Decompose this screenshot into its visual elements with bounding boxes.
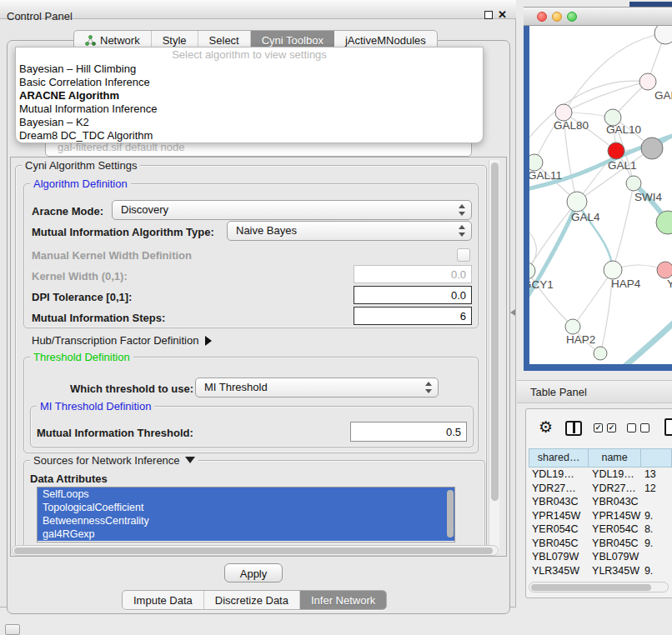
attribute-item-topologicalcoefficient[interactable]: TopologicalCoefficient <box>38 501 454 514</box>
algorithm-option-dream8-dc-tdc-algorithm[interactable]: Dream8 DC_TDC Algorithm <box>16 129 483 142</box>
network-node-gray[interactable] <box>641 138 663 159</box>
network-node-top[interactable] <box>654 26 672 44</box>
tab-label: jActiveMNodules <box>345 34 426 47</box>
collapsed-panel-icon[interactable] <box>5 624 20 635</box>
dpi-tolerance-field[interactable] <box>354 286 472 304</box>
network-node-gal80[interactable] <box>555 104 572 121</box>
settings-vertical-scrollbar[interactable] <box>489 160 499 553</box>
table-row[interactable]: YPR145WYPR145W9. <box>529 509 672 523</box>
table-cell <box>641 495 672 509</box>
columns-icon[interactable] <box>565 421 582 436</box>
attribute-item-gal4rgexp[interactable]: gal4RGexp <box>38 528 454 541</box>
network-node-gal-right[interactable] <box>639 73 656 90</box>
tab-discretize-data[interactable]: Discretize Data <box>204 591 300 609</box>
algorithm-option-bayesian-k2[interactable]: Bayesian – K2 <box>16 116 483 129</box>
settings-hscroll-thumb[interactable] <box>14 548 493 554</box>
network-node-hap4[interactable] <box>604 261 622 279</box>
algorithm-option-bayesian-hill-climbing[interactable]: Bayesian – Hill Climbing <box>16 62 483 76</box>
tab-impute-data[interactable]: Impute Data <box>123 591 204 609</box>
table-row[interactable]: YIL052CYIL052C9 <box>529 578 672 580</box>
table-cell: YER054C <box>589 522 641 537</box>
mi-threshold-field[interactable] <box>350 422 467 442</box>
table-cell: 9 <box>641 578 672 580</box>
network-icon <box>85 35 96 46</box>
hub-definition-disclosure[interactable]: Hub/Transcription Factor Definition <box>32 334 212 347</box>
manual-kernel-width-checkbox[interactable] <box>457 248 470 262</box>
select-all-icon[interactable]: ✓✓ <box>594 423 619 433</box>
dpi-tolerance-label: DPI Tolerance [0,1]: <box>32 291 132 303</box>
algorithm-definition-title: Algorithm Definition <box>30 178 131 190</box>
settings-vscroll-thumb[interactable] <box>491 162 499 501</box>
column-header-name[interactable]: name <box>589 448 641 468</box>
table-cell: YPR145W <box>529 509 589 523</box>
aracne-mode-select[interactable]: Discovery <box>112 200 472 220</box>
table-cell: 12 <box>641 482 672 496</box>
column-header-col3[interactable] <box>641 448 672 468</box>
attribute-item-betweennesscentrality[interactable]: BetweennessCentrality <box>38 514 454 528</box>
table-panel-title: Table Panel <box>530 386 587 398</box>
attributes-scrollbar-thumb[interactable] <box>447 490 454 538</box>
algorithm-option-mutual-information-inference[interactable]: Mutual Information Inference <box>16 102 483 116</box>
table-row[interactable]: YDL19…YDL19…13 <box>529 468 672 482</box>
checked-box-icon: ✓ <box>594 423 603 432</box>
table-cell: 9. <box>641 537 672 551</box>
network-node-green-right[interactable] <box>656 211 672 234</box>
control-panel-title: Control Panel <box>7 10 73 22</box>
close-traffic-icon[interactable] <box>537 12 547 22</box>
table-cell: YIL052C <box>529 578 589 580</box>
table-cell: YDR27… <box>589 482 641 496</box>
table-cell: 9. <box>641 564 672 578</box>
close-icon[interactable]: ✕ <box>498 8 507 21</box>
table-cell: YBR043C <box>589 495 641 509</box>
table-cell: YBR045C <box>589 537 641 551</box>
which-threshold-label: Which threshold to use: <box>70 382 193 395</box>
table-horizontal-scrollbar[interactable] <box>529 582 669 592</box>
deselect-all-icon[interactable] <box>627 423 652 433</box>
table-row[interactable]: YDR27…YDR27…12 <box>529 482 672 496</box>
table-cell: YBR043C <box>529 495 589 509</box>
table-row[interactable]: YER054CYER054C8. <box>529 522 672 537</box>
network-node-hap2[interactable] <box>565 319 580 334</box>
table-cell: YBL079W <box>529 550 589 564</box>
network-node-bottom[interactable] <box>594 347 607 360</box>
settings-horizontal-scrollbar[interactable] <box>12 545 499 556</box>
zoom-traffic-icon[interactable] <box>567 12 577 22</box>
mi-steps-field[interactable] <box>354 307 472 325</box>
node-table[interactable]: shared…name YDL19…YDL19…13YDR27…YDR27…12… <box>529 448 672 580</box>
attribute-item-selfloops[interactable]: SelfLoops <box>38 488 454 501</box>
gear-icon[interactable]: ⚙ <box>539 419 553 435</box>
network-node-pink-right[interactable] <box>657 262 672 278</box>
network-node-gal1[interactable] <box>608 142 624 159</box>
table-hscroll-thumb[interactable] <box>531 584 651 591</box>
float-window-icon[interactable] <box>484 11 493 19</box>
which-threshold-select[interactable]: MI Threshold <box>195 378 439 398</box>
network-node-swi4[interactable] <box>626 176 641 191</box>
node-label-gal1: GAL1 <box>608 159 637 172</box>
table-cell <box>641 550 672 564</box>
network-canvas[interactable]: GALGAL80GAL10GAL1GAL11SWI4GAL4GCY1HAP4YH… <box>529 26 672 364</box>
table-cell: YBL079W <box>589 550 641 564</box>
node-label-gal10: GAL10 <box>606 123 641 136</box>
network-node-gal4[interactable] <box>567 192 587 212</box>
table-cell: YIL052C <box>589 578 641 580</box>
minimize-traffic-icon[interactable] <box>552 12 562 22</box>
table-row[interactable]: YBL079WYBL079W <box>529 550 672 564</box>
algorithm-option-basic-correlation-inference[interactable]: Basic Correlation Inference <box>16 76 483 89</box>
column-header-shared[interactable]: shared… <box>529 448 589 468</box>
kernel-width-label: Kernel Width (0,1): <box>32 270 128 282</box>
network-node-gcy1[interactable] <box>529 262 535 279</box>
kernel-width-field[interactable] <box>354 265 472 283</box>
mi-algorithm-type-select[interactable]: Naive Bayes <box>227 221 472 241</box>
mi-algorithm-type-value: Naive Bayes <box>236 224 297 237</box>
splitter-collapse-arrow[interactable] <box>510 309 515 316</box>
table-row[interactable]: YBR045CYBR045C9. <box>529 537 672 551</box>
tab-label: Discretize Data <box>215 594 288 607</box>
tab-infer-network[interactable]: Infer Network <box>300 591 386 609</box>
network-node-gal11[interactable] <box>529 154 543 171</box>
document-icon[interactable] <box>664 418 672 436</box>
apply-button[interactable]: Apply <box>224 563 283 582</box>
table-row[interactable]: YBR043CYBR043C <box>529 495 672 509</box>
algorithm-option-aracne-algorithm[interactable]: ARACNE Algorithm <box>16 89 483 102</box>
table-row[interactable]: YLR345WYLR345W9. <box>529 564 672 578</box>
data-attributes-list[interactable]: SelfLoopsTopologicalCoefficientBetweenne… <box>37 487 455 542</box>
